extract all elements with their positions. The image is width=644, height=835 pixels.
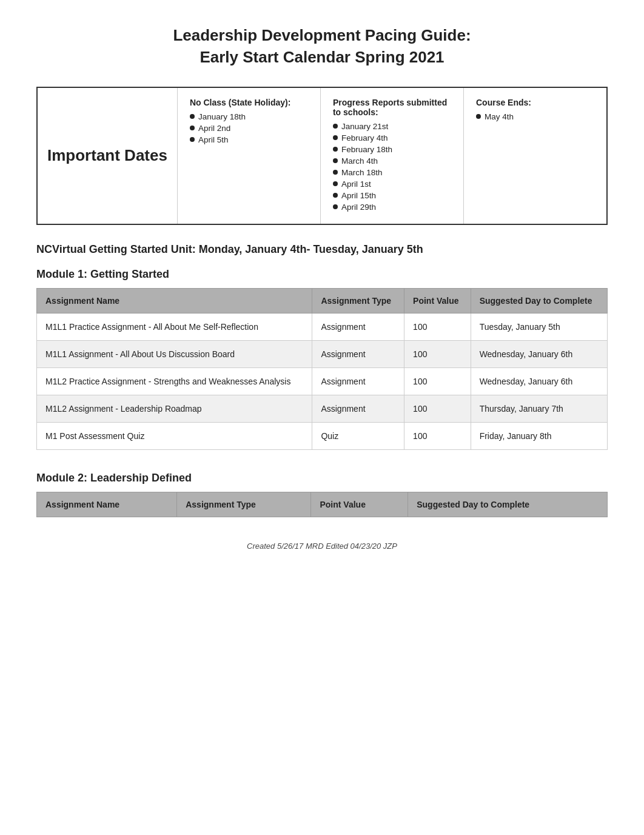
list-item: March 18th — [333, 168, 451, 177]
bullet-icon — [190, 137, 195, 142]
col-header-day: Suggested Day to Complete — [471, 288, 607, 313]
bullet-icon — [476, 114, 481, 119]
table-row: M1L1 Assignment - All About Us Discussio… — [37, 340, 608, 367]
list-item: May 4th — [476, 112, 594, 121]
cell-point-value: 100 — [404, 367, 471, 395]
bullet-icon — [333, 193, 338, 198]
col-header-day: Suggested Day to Complete — [408, 492, 608, 517]
list-item: February 4th — [333, 133, 451, 143]
cell-assignment-name: M1L2 Practice Assignment - Strengths and… — [37, 367, 312, 395]
list-item: April 29th — [333, 203, 451, 212]
bullet-icon — [333, 147, 338, 152]
table-row: M1 Post Assessment Quiz Quiz 100 Friday,… — [37, 422, 608, 449]
cell-suggested-day: Friday, January 8th — [471, 422, 607, 449]
cell-point-value: 100 — [404, 422, 471, 449]
cell-suggested-day: Thursday, January 7th — [471, 395, 607, 422]
important-dates-columns: No Class (State Holiday): January 18th A… — [178, 88, 606, 224]
ncvirtual-heading: NCVirtual Getting Started Unit: Monday, … — [36, 243, 608, 256]
cell-assignment-name: M1L1 Assignment - All About Us Discussio… — [37, 340, 312, 367]
footer-note: Created 5/26/17 MRD Edited 04/23/20 JZP — [36, 542, 608, 551]
table-row: M1L2 Assignment - Leadership Roadmap Ass… — [37, 395, 608, 422]
progress-reports-title: Progress Reports submitted to schools: — [333, 98, 451, 117]
module-2-heading: Module 2: Leadership Defined — [36, 472, 608, 485]
bullet-icon — [333, 181, 338, 186]
cell-point-value: 100 — [404, 313, 471, 340]
bullet-icon — [333, 124, 338, 129]
cell-assignment-name: M1L2 Assignment - Leadership Roadmap — [37, 395, 312, 422]
module-2-table: Assignment Name Assignment Type Point Va… — [36, 492, 608, 517]
cell-point-value: 100 — [404, 395, 471, 422]
bullet-icon — [333, 204, 338, 209]
col-header-points: Point Value — [311, 492, 408, 517]
list-item: April 5th — [190, 135, 308, 144]
no-class-title: No Class (State Holiday): — [190, 98, 308, 107]
no-class-column: No Class (State Holiday): January 18th A… — [178, 88, 321, 224]
cell-suggested-day: Wednesday, January 6th — [471, 340, 607, 367]
table-header-row: Assignment Name Assignment Type Point Va… — [37, 288, 608, 313]
cell-point-value: 100 — [404, 340, 471, 367]
table-header-row: Assignment Name Assignment Type Point Va… — [37, 492, 608, 517]
list-item: April 15th — [333, 191, 451, 200]
cell-assignment-name: M1 Post Assessment Quiz — [37, 422, 312, 449]
course-ends-column: Course Ends: May 4th — [464, 88, 606, 224]
cell-assignment-type: Assignment — [312, 395, 404, 422]
table-row: M1L2 Practice Assignment - Strengths and… — [37, 367, 608, 395]
col-header-name: Assignment Name — [37, 492, 177, 517]
cell-suggested-day: Tuesday, January 5th — [471, 313, 607, 340]
bullet-icon — [190, 114, 195, 119]
important-dates-label: Important Dates — [38, 88, 178, 224]
cell-assignment-type: Assignment — [312, 340, 404, 367]
cell-assignment-type: Assignment — [312, 313, 404, 340]
col-header-type: Assignment Type — [312, 288, 404, 313]
module-1-table: Assignment Name Assignment Type Point Va… — [36, 288, 608, 450]
list-item: April 1st — [333, 179, 451, 189]
bullet-icon — [333, 135, 338, 140]
list-item: January 18th — [190, 112, 308, 121]
cell-assignment-name: M1L1 Practice Assignment - All About Me … — [37, 313, 312, 340]
bullet-icon — [333, 170, 338, 175]
cell-assignment-type: Assignment — [312, 367, 404, 395]
col-header-points: Point Value — [404, 288, 471, 313]
module-1-heading: Module 1: Getting Started — [36, 268, 608, 281]
col-header-type: Assignment Type — [177, 492, 311, 517]
progress-reports-list: January 21st February 4th February 18th … — [333, 122, 451, 212]
list-item: April 2nd — [190, 124, 308, 133]
table-row: M1L1 Practice Assignment - All About Me … — [37, 313, 608, 340]
course-ends-title: Course Ends: — [476, 98, 594, 107]
list-item: February 18th — [333, 145, 451, 154]
page-title: Leadership Development Pacing Guide: Ear… — [36, 24, 608, 69]
no-class-list: January 18th April 2nd April 5th — [190, 112, 308, 144]
cell-assignment-type: Quiz — [312, 422, 404, 449]
list-item: March 4th — [333, 156, 451, 166]
cell-suggested-day: Wednesday, January 6th — [471, 367, 607, 395]
list-item: January 21st — [333, 122, 451, 131]
progress-reports-column: Progress Reports submitted to schools: J… — [321, 88, 464, 224]
bullet-icon — [333, 158, 338, 163]
bullet-icon — [190, 126, 195, 130]
col-header-name: Assignment Name — [37, 288, 312, 313]
course-ends-list: May 4th — [476, 112, 594, 121]
important-dates-box: Important Dates No Class (State Holiday)… — [36, 87, 608, 225]
